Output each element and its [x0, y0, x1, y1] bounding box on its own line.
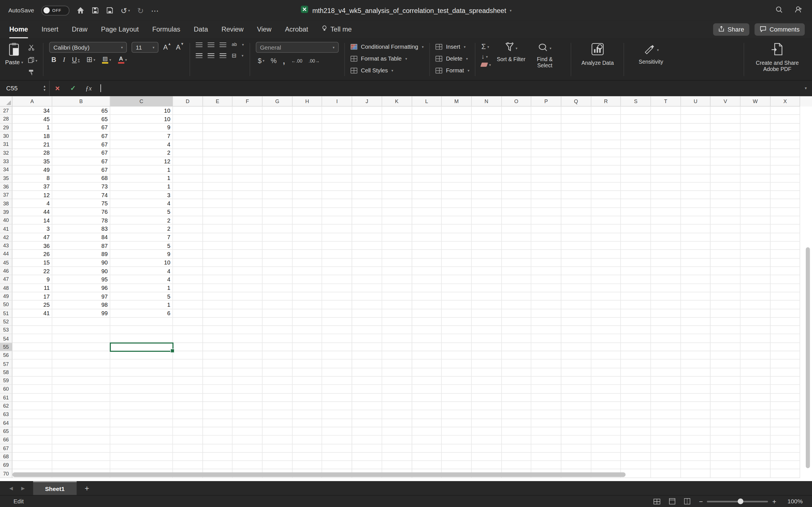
- cell-S37[interactable]: [621, 191, 651, 200]
- cell-G40[interactable]: [262, 216, 292, 225]
- cell-C40[interactable]: 2: [110, 216, 173, 225]
- cell-E27[interactable]: [203, 107, 233, 115]
- column-header-I[interactable]: I: [322, 96, 352, 107]
- row-header-49[interactable]: 49: [0, 292, 12, 301]
- cell-L53[interactable]: [412, 326, 442, 334]
- cell-M57[interactable]: [442, 360, 472, 368]
- cell-G47[interactable]: [262, 276, 292, 284]
- cell-S69[interactable]: [621, 461, 651, 469]
- cell-S48[interactable]: [621, 284, 651, 292]
- cell-A46[interactable]: 22: [12, 267, 52, 276]
- cell-T30[interactable]: [651, 132, 681, 140]
- column-header-L[interactable]: L: [412, 96, 442, 107]
- cell-G64[interactable]: [262, 419, 292, 427]
- cell-V55[interactable]: [711, 343, 741, 351]
- cell-G67[interactable]: [262, 444, 292, 453]
- cell-N46[interactable]: [472, 267, 502, 276]
- cell-R57[interactable]: [591, 360, 621, 368]
- cell-S42[interactable]: [621, 233, 651, 242]
- cell-F29[interactable]: [233, 123, 262, 132]
- cell-D38[interactable]: [173, 200, 203, 208]
- cell-X44[interactable]: [770, 250, 801, 259]
- cell-Q46[interactable]: [561, 267, 591, 276]
- cell-N60[interactable]: [472, 385, 502, 393]
- row-header-69[interactable]: 69: [0, 461, 12, 469]
- cell-Q32[interactable]: [561, 149, 591, 157]
- cell-P67[interactable]: [531, 444, 561, 453]
- cell-C39[interactable]: 5: [110, 208, 173, 216]
- column-header-Q[interactable]: Q: [561, 96, 591, 107]
- cell-Q29[interactable]: [561, 123, 591, 132]
- cell-B54[interactable]: [52, 334, 110, 343]
- cell-J38[interactable]: [352, 200, 382, 208]
- cell-U44[interactable]: [681, 250, 711, 259]
- cell-A42[interactable]: 47: [12, 233, 52, 242]
- cell-C33[interactable]: 12: [110, 157, 173, 166]
- cell-J32[interactable]: [352, 149, 382, 157]
- cell-E35[interactable]: [203, 174, 233, 182]
- cell-I42[interactable]: [322, 233, 352, 242]
- cell-I48[interactable]: [322, 284, 352, 292]
- cell-R33[interactable]: [591, 157, 621, 166]
- cell-N56[interactable]: [472, 351, 502, 360]
- cell-S60[interactable]: [621, 385, 651, 393]
- cell-M40[interactable]: [442, 216, 472, 225]
- cell-U28[interactable]: [681, 115, 711, 123]
- cell-V30[interactable]: [711, 132, 741, 140]
- cell-X37[interactable]: [770, 191, 801, 200]
- cell-W69[interactable]: [741, 461, 770, 469]
- cell-J36[interactable]: [352, 182, 382, 191]
- row-header-41[interactable]: 41: [0, 225, 12, 233]
- cell-S31[interactable]: [621, 140, 651, 149]
- cell-V58[interactable]: [711, 368, 741, 377]
- analyze-data-button[interactable]: Analyze Data: [581, 42, 614, 66]
- cell-H44[interactable]: [292, 250, 322, 259]
- row-header-64[interactable]: 64: [0, 419, 12, 427]
- cell-U41[interactable]: [681, 225, 711, 233]
- cell-W48[interactable]: [741, 284, 770, 292]
- number-format-dropdown[interactable]: General▾: [256, 42, 339, 53]
- cell-L67[interactable]: [412, 444, 442, 453]
- cell-V59[interactable]: [711, 377, 741, 385]
- cell-B55[interactable]: [52, 343, 110, 351]
- cell-T56[interactable]: [651, 351, 681, 360]
- cell-G39[interactable]: [262, 208, 292, 216]
- cell-O40[interactable]: [502, 216, 531, 225]
- cell-I29[interactable]: [322, 123, 352, 132]
- row-header-62[interactable]: 62: [0, 402, 12, 410]
- cell-U52[interactable]: [681, 318, 711, 326]
- cell-L62[interactable]: [412, 402, 442, 410]
- cell-R61[interactable]: [591, 393, 621, 402]
- row-header-35[interactable]: 35: [0, 174, 12, 182]
- cell-O34[interactable]: [502, 166, 531, 174]
- cell-G29[interactable]: [262, 123, 292, 132]
- cell-U69[interactable]: [681, 461, 711, 469]
- cell-U59[interactable]: [681, 377, 711, 385]
- cell-L46[interactable]: [412, 267, 442, 276]
- cell-C51[interactable]: 6: [110, 309, 173, 318]
- cell-K28[interactable]: [382, 115, 412, 123]
- cell-M67[interactable]: [442, 444, 472, 453]
- cell-P63[interactable]: [531, 410, 561, 419]
- cell-H56[interactable]: [292, 351, 322, 360]
- cell-M37[interactable]: [442, 191, 472, 200]
- cell-A52[interactable]: [12, 318, 52, 326]
- row-header-42[interactable]: 42: [0, 233, 12, 242]
- cell-N41[interactable]: [472, 225, 502, 233]
- cell-B58[interactable]: [52, 368, 110, 377]
- cell-Q35[interactable]: [561, 174, 591, 182]
- cell-P53[interactable]: [531, 326, 561, 334]
- cell-Q59[interactable]: [561, 377, 591, 385]
- cell-B61[interactable]: [52, 393, 110, 402]
- cell-J59[interactable]: [352, 377, 382, 385]
- row-header-48[interactable]: 48: [0, 284, 12, 292]
- cell-V43[interactable]: [711, 242, 741, 250]
- cell-J50[interactable]: [352, 300, 382, 309]
- cell-Q52[interactable]: [561, 318, 591, 326]
- cell-W36[interactable]: [741, 182, 770, 191]
- cell-U35[interactable]: [681, 174, 711, 182]
- cell-H37[interactable]: [292, 191, 322, 200]
- cell-P35[interactable]: [531, 174, 561, 182]
- cell-N30[interactable]: [472, 132, 502, 140]
- cell-F59[interactable]: [233, 377, 262, 385]
